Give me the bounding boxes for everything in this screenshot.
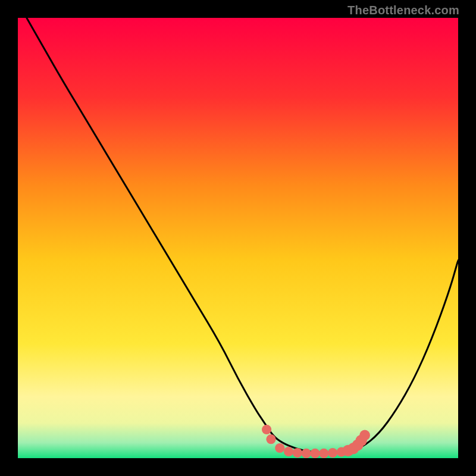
gradient-background [18, 18, 458, 458]
valley-marker-dot [302, 449, 311, 458]
valley-marker-dot [284, 447, 293, 456]
valley-marker-dot [262, 425, 271, 434]
valley-marker-dot [275, 443, 284, 453]
valley-marker-dot [319, 449, 328, 458]
valley-marker-dot [359, 430, 370, 441]
attribution-label: TheBottleneck.com [347, 4, 459, 17]
chart-container: TheBottleneck.com [0, 0, 476, 476]
valley-marker-dot [266, 434, 275, 444]
plot-area [18, 18, 458, 458]
valley-marker-dot [293, 448, 302, 458]
valley-marker-dot [310, 449, 320, 458]
valley-marker-dot [328, 448, 337, 458]
bottleneck-curve-chart [18, 18, 458, 458]
